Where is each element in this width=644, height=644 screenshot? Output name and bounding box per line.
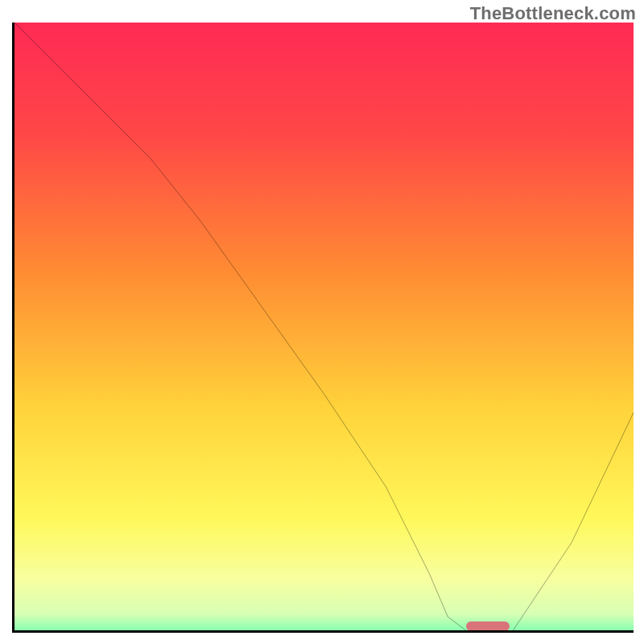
plot-area: [12, 23, 634, 633]
watermark-text: TheBottleneck.com: [470, 3, 636, 24]
bottleneck-curve: [14, 23, 634, 633]
optimal-marker: [466, 621, 510, 631]
chart-frame: TheBottleneck.com: [0, 0, 644, 644]
curve-layer: [14, 23, 634, 633]
